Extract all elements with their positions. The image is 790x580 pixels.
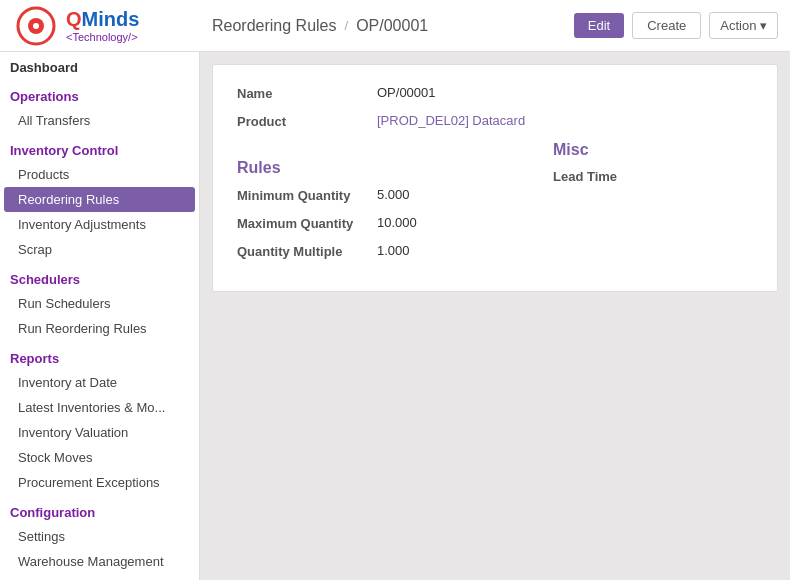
sidebar-item-scrap[interactable]: Scrap (0, 237, 199, 262)
action-button[interactable]: Action ▾ (709, 12, 778, 39)
rules-section: Rules Minimum Quantity 5.000 Maximum Qua… (237, 141, 553, 271)
breadcrumb: Reordering Rules / OP/00001 (212, 17, 574, 35)
svg-point-2 (33, 23, 39, 29)
sidebar-item-products[interactable]: Products (0, 162, 199, 187)
breadcrumb-current: OP/00001 (356, 17, 428, 35)
sidebar-schedulers-header: Schedulers (0, 262, 199, 291)
sidebar-item-settings[interactable]: Settings (0, 524, 199, 549)
logo-area: QMinds <Technology/> (12, 6, 212, 46)
sidebar-item-stock-moves[interactable]: Stock Moves (0, 445, 199, 470)
logo-tech: <Technology/> (66, 31, 139, 43)
misc-title: Misc (553, 141, 753, 159)
max-qty-value: 10.000 (377, 215, 417, 230)
sidebar-item-run-schedulers[interactable]: Run Schedulers (0, 291, 199, 316)
sidebar-item-inventory-valuation[interactable]: Inventory Valuation (0, 420, 199, 445)
product-value[interactable]: [PROD_DEL02] Datacard (377, 113, 525, 128)
rules-title: Rules (237, 159, 553, 177)
breadcrumb-separator: / (345, 18, 349, 33)
create-button[interactable]: Create (632, 12, 701, 39)
max-qty-row: Maximum Quantity 10.000 (237, 215, 553, 231)
breadcrumb-parent[interactable]: Reordering Rules (212, 17, 337, 35)
sidebar-item-inventory-adjustments[interactable]: Inventory Adjustments (0, 212, 199, 237)
sidebar: Dashboard Operations All Transfers Inven… (0, 52, 200, 580)
sidebar-item-procurement-exceptions[interactable]: Procurement Exceptions (0, 470, 199, 495)
min-qty-value: 5.000 (377, 187, 410, 202)
logo-icon (12, 6, 60, 46)
action-buttons: Edit Create Action ▾ (574, 12, 778, 39)
sidebar-item-run-reordering-rules[interactable]: Run Reordering Rules (0, 316, 199, 341)
logo-brand: QMinds (66, 8, 139, 31)
sidebar-inventory-control-header: Inventory Control (0, 133, 199, 162)
qty-multiple-value: 1.000 (377, 243, 410, 258)
product-field-row: Product [PROD_DEL02] Datacard (237, 113, 753, 129)
logo-q: Q (66, 8, 82, 30)
content-area: Name OP/00001 Product [PROD_DEL02] Datac… (200, 52, 790, 580)
main-layout: Dashboard Operations All Transfers Inven… (0, 52, 790, 580)
min-qty-label: Minimum Quantity (237, 187, 377, 203)
top-bar: QMinds <Technology/> Reordering Rules / … (0, 0, 790, 52)
edit-button[interactable]: Edit (574, 13, 624, 38)
min-qty-row: Minimum Quantity 5.000 (237, 187, 553, 203)
rules-misc-row: Rules Minimum Quantity 5.000 Maximum Qua… (237, 141, 753, 271)
sidebar-dashboard-header: Dashboard (0, 52, 199, 79)
product-label: Product (237, 113, 377, 129)
sidebar-item-reordering-rules[interactable]: Reordering Rules (4, 187, 195, 212)
logo-text: QMinds <Technology/> (66, 8, 139, 43)
lead-time-label: Lead Time (553, 169, 753, 184)
qty-multiple-row: Quantity Multiple 1.000 (237, 243, 553, 259)
sidebar-item-all-transfers[interactable]: All Transfers (0, 108, 199, 133)
sidebar-item-inventory-at-date[interactable]: Inventory at Date (0, 370, 199, 395)
qty-multiple-label: Quantity Multiple (237, 243, 377, 259)
name-field-row: Name OP/00001 (237, 85, 753, 101)
sidebar-reports-header: Reports (0, 341, 199, 370)
sidebar-item-warehouse-management[interactable]: Warehouse Management (0, 549, 199, 574)
sidebar-configuration-header: Configuration (0, 495, 199, 524)
name-label: Name (237, 85, 377, 101)
sidebar-item-latest-inventories[interactable]: Latest Inventories & Mo... (0, 395, 199, 420)
sidebar-operations-header: Operations (0, 79, 199, 108)
name-value: OP/00001 (377, 85, 436, 100)
logo-minds-text: Minds (82, 8, 140, 30)
record-card: Name OP/00001 Product [PROD_DEL02] Datac… (212, 64, 778, 292)
misc-section: Misc Lead Time (553, 141, 753, 271)
max-qty-label: Maximum Quantity (237, 215, 377, 231)
